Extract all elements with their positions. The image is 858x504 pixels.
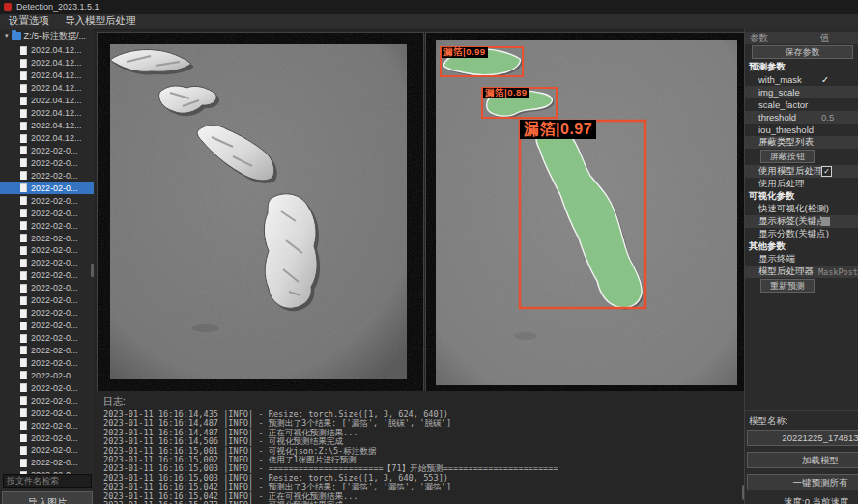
file-label: 2022-02-0... xyxy=(31,408,78,418)
param-row-threshold[interactable]: threshold 0.5 xyxy=(745,111,858,124)
file-tree-item[interactable]: 2022.04.12... xyxy=(0,57,94,70)
file-label: 2022-02-0... xyxy=(31,358,78,368)
param-row-use-post[interactable]: 使用后处理 xyxy=(745,178,858,190)
file-tree-item[interactable]: 2022-02-0... xyxy=(0,394,94,406)
param-row-model-post-processor[interactable]: 模型后处理器 MaskPostPro xyxy=(745,266,858,278)
menu-import-postprocess[interactable]: 导入模型后处理 xyxy=(65,14,136,28)
predict-all-button[interactable]: 一键预测所有 xyxy=(747,474,858,490)
file-tree-item[interactable]: 2022-02-0... xyxy=(0,194,94,207)
file-tree-item[interactable]: 2022-02-0... xyxy=(0,244,94,257)
expander-icon[interactable]: ▾ xyxy=(5,32,9,40)
file-tree-item[interactable]: 2022-02-0... xyxy=(0,444,94,457)
with-mask-check[interactable]: ✓ xyxy=(821,74,829,85)
file-icon xyxy=(20,434,27,442)
file-icon xyxy=(20,371,27,379)
model-name-field[interactable]: 20221225_174813 xyxy=(747,430,858,446)
defect-large xyxy=(264,194,317,308)
file-tree-item[interactable]: 2022.04.12... xyxy=(0,82,94,95)
file-tree-item[interactable]: 2022-02-0... xyxy=(0,232,94,244)
file-icon xyxy=(20,59,27,68)
file-label: 2022-02-0... xyxy=(31,209,78,218)
file-tree-item[interactable]: 2022.04.12... xyxy=(0,44,94,57)
file-tree-item[interactable]: 2022-02-0... xyxy=(0,169,94,182)
param-row-img-scale[interactable]: img_scale xyxy=(745,86,858,98)
param-row-show-label[interactable]: 显示标签(关键点) xyxy=(745,215,858,228)
log-line: 2023-01-11 16:16:15,042 |INFO| - 正在可视化预测… xyxy=(103,492,749,501)
file-label: 2022-02-0... xyxy=(31,346,78,355)
file-icon xyxy=(20,221,27,230)
file-tree-item[interactable]: 2022-02-0... xyxy=(0,432,94,444)
file-tree-item[interactable]: 2022-02-0... xyxy=(0,207,94,219)
result-image-viewer[interactable]: 漏箔|0.99 漏箔|0.89 漏箔|0.97 xyxy=(425,32,746,393)
file-icon xyxy=(20,346,27,354)
model-name-label: 模型名称: xyxy=(745,411,858,430)
file-icon xyxy=(20,246,27,255)
file-tree-item[interactable]: 2022-02-0... xyxy=(0,219,94,232)
file-icon xyxy=(20,122,27,130)
file-tree-item[interactable]: 2022-02-0... xyxy=(0,345,94,357)
tree-root-folder[interactable]: ▾ Z:/5-标注数据/... xyxy=(0,29,94,42)
param-row-show-terminal[interactable]: 显示终端 xyxy=(745,253,858,266)
param-row-mask-type-list[interactable]: 屏蔽类型列表 xyxy=(745,136,858,149)
param-row-with-mask[interactable]: with_mask ✓ xyxy=(745,73,858,86)
sidebar-scrollbar[interactable] xyxy=(91,264,94,277)
file-tree-item[interactable]: 2022-02-0... xyxy=(0,269,94,282)
file-label: 2022-02-0... xyxy=(31,295,78,305)
threshold-value[interactable]: 0.5 xyxy=(821,112,834,123)
file-tree-item[interactable]: 2022.04.12... xyxy=(0,120,94,132)
file-tree-item[interactable]: 2022-02-0... xyxy=(0,457,94,469)
search-input[interactable] xyxy=(3,474,92,488)
file-icon xyxy=(20,71,27,80)
file-tree-item[interactable]: 2022-02-0... xyxy=(0,320,94,332)
file-tree-item[interactable]: 2022-02-0... xyxy=(0,381,94,394)
file-tree-item[interactable]: 2022-02-0... xyxy=(0,282,94,294)
file-tree-item[interactable]: 2022.04.12... xyxy=(0,132,94,145)
file-tree-item[interactable]: 2022-02-0... xyxy=(0,356,94,369)
file-tree-item[interactable]: 2022-02-0... xyxy=(0,419,94,432)
file-tree-item[interactable]: 2022-02-0... xyxy=(0,406,94,419)
file-tree-item[interactable]: 2022-02-0... xyxy=(0,307,94,320)
file-tree-item[interactable]: 2022-02-0... xyxy=(0,257,94,269)
file-tree-item[interactable]: 2022-02-0... xyxy=(0,332,94,345)
log-line: 2023-01-11 16:16:14,506 |INFO| - 可视化预测结果… xyxy=(103,437,749,446)
param-row-scale-factor[interactable]: scale_factor xyxy=(745,98,858,111)
param-row-quick-visual[interactable]: 快速可视化(检测) xyxy=(745,203,858,215)
import-image-button[interactable]: 导入图片 xyxy=(2,491,93,504)
model-post-processor-value[interactable]: MaskPostPro xyxy=(818,267,858,277)
log-title: 日志: xyxy=(103,395,749,408)
menu-settings[interactable]: 设置选项 xyxy=(9,14,49,28)
param-row-use-model-post[interactable]: 使用模型后处理 ✓ xyxy=(745,165,858,178)
file-icon xyxy=(20,309,27,318)
file-icon xyxy=(20,84,27,93)
file-icon xyxy=(20,196,27,205)
file-tree-item[interactable]: 2022-02-0... xyxy=(0,369,94,381)
file-tree-item[interactable]: 2022.04.12... xyxy=(0,107,94,120)
file-icon xyxy=(20,46,27,55)
param-row-iou-threshold[interactable]: iou_threshold xyxy=(745,124,858,136)
file-tree-item[interactable]: 2022-02-0... xyxy=(0,145,94,157)
save-params-button[interactable]: 保存参数 xyxy=(752,45,853,59)
file-icon xyxy=(20,234,27,242)
mask-button[interactable]: 屏蔽按钮 xyxy=(760,150,815,163)
file-tree-item[interactable]: 2022.04.12... xyxy=(0,70,94,82)
window-title: Detection_2023.1.5.1 xyxy=(16,2,100,12)
file-icon xyxy=(20,146,27,154)
repredict-button[interactable]: 重新预测 xyxy=(760,279,815,293)
file-tree-item[interactable]: 2022.04.12... xyxy=(0,95,94,107)
file-icon xyxy=(20,134,27,143)
app-window: Detection_2023.1.5.1 设置选项 导入模型后处理 ▾ Z:/5… xyxy=(0,0,858,504)
speed-text: 速度:0 当前速度 xyxy=(745,496,858,504)
load-model-button[interactable]: 加载模型 xyxy=(747,452,858,468)
file-tree-item[interactable]: 2022-02-0... xyxy=(0,294,94,307)
param-row-show-score[interactable]: 显示分数(关键点) xyxy=(745,228,858,240)
model-section: 模型名称: 20221225_174813 加载模型 一键预测所有 速度:0 当… xyxy=(745,410,858,504)
menu-bar: 设置选项 导入模型后处理 xyxy=(0,14,858,30)
raw-image-viewer[interactable] xyxy=(97,32,424,393)
file-tree-item[interactable]: 2022-02-0... xyxy=(0,182,94,194)
log-pane: 日志: 2023-01-11 16:16:14,435 |INFO| - Res… xyxy=(97,391,749,504)
file-label: 2022-02-0... xyxy=(31,283,78,293)
show-label-checkbox[interactable] xyxy=(821,217,830,226)
file-label: 2022.04.12... xyxy=(31,45,82,55)
file-tree-item[interactable]: 2022-02-0... xyxy=(0,156,94,169)
use-model-post-checkbox[interactable]: ✓ xyxy=(821,166,832,177)
